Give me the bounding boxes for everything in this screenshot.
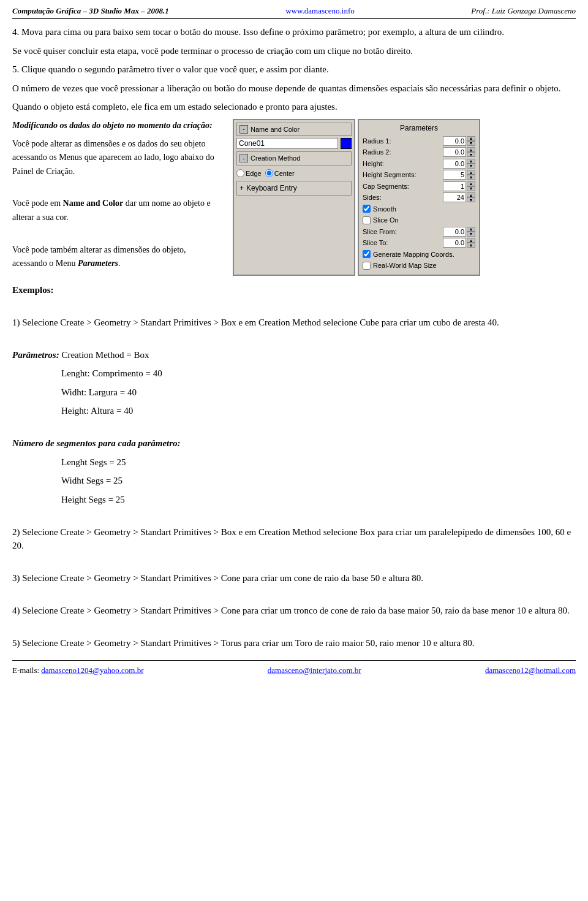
widht-param: Widht: Largura = 40	[61, 386, 576, 400]
slice-on-row: Slice On	[361, 215, 477, 226]
radius1-up[interactable]: ▲	[467, 136, 475, 141]
height-segs-label: Height Segments:	[363, 170, 416, 180]
sides-input[interactable]	[443, 192, 466, 202]
slice-from-label: Slice From:	[363, 227, 397, 237]
smooth-checkbox[interactable]	[363, 205, 371, 213]
height-param: Height: Altura = 40	[61, 404, 576, 418]
example4: 4) Selecione Create > Geometry > Standar…	[12, 604, 576, 618]
paragraph-4: 4. Mova para cima ou para baixo sem toca…	[12, 25, 576, 39]
sides-row: Sides: ▲ ▼	[361, 192, 477, 203]
edge-radio-label[interactable]: Edge	[236, 169, 262, 179]
radius2-row: Radius 2: ▲ ▼	[361, 147, 477, 158]
footer-email3[interactable]: damasceno12@hotmail.com	[485, 664, 576, 677]
keyboard-entry-row: + Keyboard Entry	[236, 181, 352, 196]
footer-email1[interactable]: damasceno1204@yahoo.com.br	[41, 666, 143, 675]
footer-label: E-mails: damasceno1204@yahoo.com.br	[12, 664, 144, 677]
segs-lenght: Lenght Segs = 25	[61, 455, 576, 470]
color-picker[interactable]	[341, 138, 352, 149]
parametros-line: Parâmetros: Creation Method = Box	[12, 348, 576, 362]
paragraph-5: 5. Clique quando o segundo parâmetro tiv…	[12, 63, 576, 77]
height-label: Height:	[363, 159, 384, 169]
right-panels-column: - Name and Color - Creation Method Edge	[233, 119, 576, 276]
sides-down[interactable]: ▼	[467, 197, 475, 202]
slice-on-label: Slice On	[373, 215, 399, 226]
edge-radio[interactable]	[236, 169, 244, 177]
creation-method-options: Edge Center	[236, 167, 352, 180]
height-segs-input[interactable]	[443, 170, 466, 180]
gen-mapping-row: Generate Mapping Coords.	[361, 249, 477, 260]
two-column-section: Modificando os dados do objeto no moment…	[12, 119, 576, 276]
height-down[interactable]: ▼	[467, 164, 475, 169]
page-header: Computação Gráfica – 3D Studio Max – 200…	[12, 6, 576, 19]
slice-to-input[interactable]	[443, 238, 466, 248]
sides-up[interactable]: ▲	[467, 192, 475, 197]
height-input[interactable]	[443, 159, 466, 169]
radius2-spinners: ▲ ▼	[467, 147, 475, 157]
example1: 1) Selecione Create > Geometry > Standar…	[12, 316, 576, 330]
radius2-input-wrap: ▲ ▼	[443, 147, 475, 157]
slice-to-down[interactable]: ▼	[467, 243, 475, 248]
cap-segs-down[interactable]: ▼	[467, 186, 475, 191]
real-world-checkbox[interactable]	[363, 262, 371, 270]
radius1-input[interactable]	[443, 136, 466, 146]
radius2-input[interactable]	[443, 147, 466, 157]
cap-segs-row: Cap Segments: ▲ ▼	[361, 181, 477, 192]
center-label: Center	[274, 169, 295, 179]
left-para-1: Você pode alterar as dimensões e os dado…	[12, 137, 221, 178]
slice-from-row: Slice From: ▲ ▼	[361, 227, 477, 237]
height-up[interactable]: ▲	[467, 159, 475, 164]
left-para-3: Você pode também alterar as dimensões do…	[12, 243, 221, 271]
center-radio-label[interactable]: Center	[265, 169, 295, 179]
cap-segs-up[interactable]: ▲	[467, 181, 475, 186]
cap-segs-input[interactable]	[443, 181, 466, 191]
height-segs-input-wrap: ▲ ▼	[443, 170, 475, 180]
keyboard-entry-label: Keyboard Entry	[246, 183, 297, 194]
height-segs-down[interactable]: ▼	[467, 175, 475, 180]
segs-details: Lenght Segs = 25 Widht Segs = 25 Height …	[61, 455, 576, 507]
height-row: Height: ▲ ▼	[361, 159, 477, 169]
slice-from-input[interactable]	[443, 227, 466, 237]
header-title: Computação Gráfica – 3D Studio Max – 200…	[12, 6, 169, 16]
segs-widht: Widht Segs = 25	[61, 474, 576, 488]
height-spinners: ▲ ▼	[467, 159, 475, 169]
radius1-down[interactable]: ▼	[467, 141, 475, 146]
parametros-body: Creation Method = Box	[61, 350, 149, 360]
paragraph-numero: O número de vezes que você pressionar a …	[12, 82, 576, 96]
gen-mapping-checkbox[interactable]	[363, 250, 371, 258]
radius1-spinners: ▲ ▼	[467, 136, 475, 146]
smooth-row: Smooth	[361, 204, 477, 215]
slice-from-input-wrap: ▲ ▼	[443, 227, 475, 237]
header-author: Prof.: Luiz Gonzaga Damasceno	[471, 6, 576, 16]
cone-name-input[interactable]	[236, 138, 338, 149]
height-segs-row: Height Segments: ▲ ▼	[361, 170, 477, 180]
sides-input-wrap: ▲ ▼	[443, 192, 475, 202]
slice-to-up[interactable]: ▲	[467, 238, 475, 243]
cap-segs-label: Cap Segments:	[363, 181, 409, 192]
center-radio[interactable]	[265, 169, 273, 177]
page-footer: E-mails: damasceno1204@yahoo.com.br dama…	[12, 660, 576, 677]
radius2-down[interactable]: ▼	[467, 152, 475, 157]
segs-height: Height Segs = 25	[61, 493, 576, 507]
slice-from-up[interactable]: ▲	[467, 227, 475, 232]
creation-method-collapse-btn[interactable]: -	[239, 154, 248, 162]
radius1-label: Radius 1:	[363, 136, 391, 146]
slice-on-checkbox[interactable]	[363, 216, 371, 224]
slice-from-down[interactable]: ▼	[467, 232, 475, 237]
real-world-label: Real-World Map Size	[373, 260, 437, 271]
slice-to-label: Slice To:	[363, 238, 388, 248]
header-link[interactable]: www.damasceno.info	[285, 6, 355, 15]
height-input-wrap: ▲ ▼	[443, 159, 475, 169]
real-world-row: Real-World Map Size	[361, 260, 477, 271]
paragraph-quando: Quando o objeto está completo, ele fica …	[12, 100, 576, 114]
main-content: 4. Mova para cima ou para baixo sem toca…	[12, 25, 576, 676]
radius2-up[interactable]: ▲	[467, 147, 475, 152]
header-url[interactable]: www.damasceno.info	[285, 6, 355, 16]
footer-email2[interactable]: damasceno@interjato.com.br	[268, 664, 361, 677]
cap-segs-input-wrap: ▲ ▼	[443, 181, 475, 191]
name-color-collapse-btn[interactable]: -	[239, 125, 248, 134]
exemplos-title: Exemplos:	[12, 283, 576, 297]
radius1-input-wrap: ▲ ▼	[443, 136, 475, 146]
left-text-column: Modificando os dados do objeto no moment…	[12, 119, 221, 276]
keyboard-entry-expand-btn[interactable]: +	[239, 183, 244, 194]
height-segs-up[interactable]: ▲	[467, 170, 475, 175]
